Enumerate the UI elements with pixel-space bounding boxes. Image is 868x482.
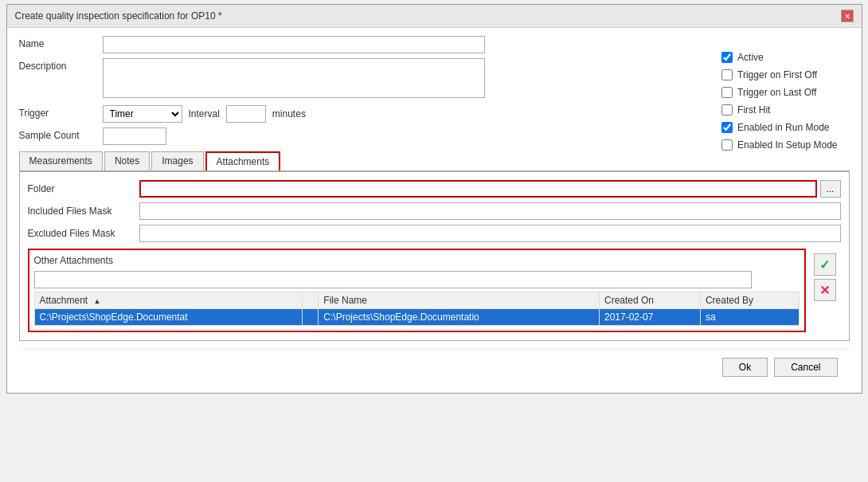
folder-row: Folder C:\Users\hbrocker\Desktop\Attachm… [28,180,841,198]
sample-count-input[interactable]: 1 [103,127,166,145]
main-dialog: Create quality inspection specification … [6,4,862,394]
description-input-container [103,58,485,100]
excluded-files-input[interactable] [139,225,841,242]
other-attachments-title: Other Attachments [34,255,800,266]
interval-input[interactable]: 60 [226,105,266,123]
th-filename: File Name [319,292,600,309]
th-attachment: Attachment ▲ [34,292,303,309]
trigger-last-off-row: Trigger on Last Off [721,87,837,98]
tab-measurements[interactable]: Measurements [19,151,103,170]
cancel-attach-button[interactable]: ✕ [814,279,836,301]
folder-label: Folder [28,183,139,194]
enabled-run-mode-row: Enabled in Run Mode [721,122,837,133]
trigger-last-off-label: Trigger on Last Off [737,87,816,98]
cell-created-on: 2017-02-07 [599,309,700,326]
enabled-setup-mode-checkbox[interactable] [721,139,733,151]
dialog-title: Create quality inspection specification … [15,10,222,22]
trigger-first-off-row: Trigger on First Off [721,69,837,80]
name-input-container [103,36,485,53]
table-header-row: Attachment ▲ File Name Created On [34,292,799,309]
th-created-by: Created By [700,292,799,309]
trigger-first-off-checkbox[interactable] [721,69,733,80]
first-hit-row: First Hit [721,104,837,116]
trigger-controls: Timer Manual First Part Last Part Interv… [103,105,306,123]
name-label: Name [19,36,103,49]
excluded-files-row: Excluded Files Mask [28,225,841,242]
browse-button[interactable]: ... [820,180,841,198]
trigger-first-off-label: Trigger on First Off [737,69,817,80]
other-attachments-wrapper: Other Attachments Attachment ▲ [28,249,806,332]
attach-action-buttons: ✓ ✕ [814,253,836,301]
name-input[interactable] [103,36,485,53]
minutes-label: minutes [272,108,306,120]
first-hit-checkbox[interactable] [721,104,733,116]
other-attachments: Other Attachments Attachment ▲ [28,249,806,332]
bottom-bar: Ok Cancel [19,349,850,385]
enabled-setup-mode-label: Enabled In Setup Mode [737,139,837,151]
confirm-button[interactable]: ✓ [814,253,836,276]
sample-count-label: Sample Count [19,127,103,141]
trigger-last-off-checkbox[interactable] [721,87,733,98]
tab-bar: Measurements Notes Images Attachments [19,151,850,171]
th-empty [303,292,319,309]
close-icon[interactable]: ✕ [841,10,854,22]
trigger-select[interactable]: Timer Manual First Part Last Part [103,105,182,123]
included-files-row: Included Files Mask [28,202,841,220]
cell-filename: C:\Projects\ShopEdge.Documentatio [319,309,600,326]
excluded-files-input-container [139,225,841,242]
new-attachment-input[interactable] [34,271,752,288]
table-row[interactable]: C:\Projects\ShopEdge.Documentat C:\Proje… [34,309,799,326]
included-files-input-container [139,202,841,220]
interval-label: Interval [189,108,220,120]
description-input[interactable] [103,58,485,98]
right-panel: Active Trigger on First Off Trigger on L… [721,52,837,151]
cell-created-by: sa [700,309,799,326]
attachments-section: Folder C:\Users\hbrocker\Desktop\Attachm… [19,171,850,341]
name-row: Name [19,36,850,53]
excluded-files-label: Excluded Files Mask [28,228,139,239]
checkmark-icon: ✓ [819,257,830,272]
tab-images[interactable]: Images [151,151,203,170]
cancel-button[interactable]: Cancel [774,358,837,377]
tab-notes[interactable]: Notes [104,151,150,170]
tab-attachments[interactable]: Attachments [205,151,281,170]
included-files-label: Included Files Mask [28,206,139,217]
active-label: Active [737,52,764,63]
active-checkbox-row: Active [721,52,837,63]
attachments-table: Attachment ▲ File Name Created On [34,292,800,326]
folder-input[interactable]: C:\Users\hbrocker\Desktop\Attachments Fo… [139,180,817,198]
sort-icon: ▲ [94,297,101,305]
enabled-run-mode-checkbox[interactable] [721,122,733,133]
cell-empty [303,309,319,326]
dialog-body: Active Trigger on First Off Trigger on L… [7,28,862,393]
trigger-label: Trigger [19,105,103,119]
folder-input-row: C:\Users\hbrocker\Desktop\Attachments Fo… [139,180,841,198]
enabled-setup-mode-row: Enabled In Setup Mode [721,139,837,151]
active-checkbox[interactable] [721,52,733,63]
description-label: Description [19,58,103,72]
ok-button[interactable]: Ok [722,358,768,377]
first-hit-label: First Hit [737,104,770,116]
cell-attachment: C:\Projects\ShopEdge.Documentat [34,309,303,326]
included-files-input[interactable] [139,202,841,220]
enabled-run-mode-label: Enabled in Run Mode [737,122,829,133]
cross-icon: ✕ [819,283,830,298]
th-created-on: Created On [599,292,700,309]
title-bar: Create quality inspection specification … [7,5,862,28]
